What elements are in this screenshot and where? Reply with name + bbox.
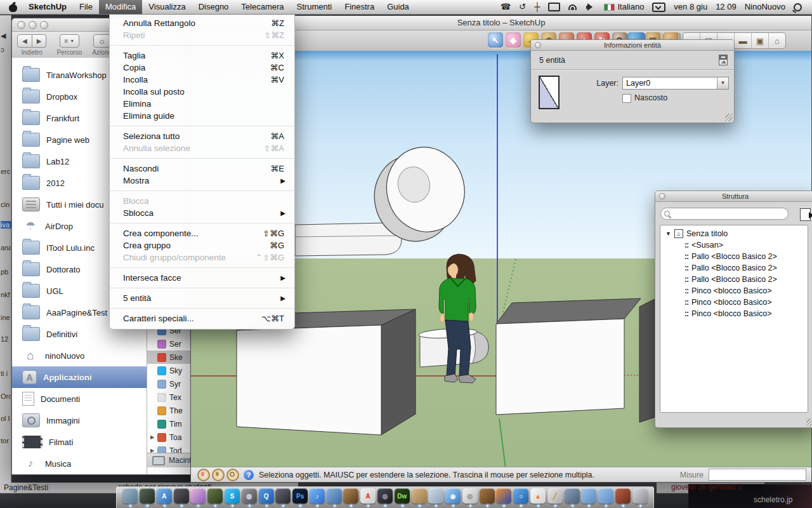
dock-icon[interactable]: [275, 488, 291, 504]
window-controls[interactable]: [17, 21, 48, 29]
toolbar-segment-button[interactable]: ▣: [752, 33, 769, 48]
menu-item[interactable]: [110, 158, 294, 159]
help-icon[interactable]: ?: [244, 470, 254, 480]
sidebar-item[interactable]: Musica: [12, 453, 147, 474]
box-right[interactable]: [496, 298, 641, 415]
dock-icon[interactable]: [207, 488, 223, 504]
menu-item[interactable]: Elimina guide: [110, 110, 294, 122]
minimize-button[interactable]: [29, 21, 37, 29]
close-button[interactable]: [17, 21, 25, 29]
dock-icon[interactable]: [327, 488, 342, 504]
claim-credit-icon[interactable]: [226, 469, 239, 481]
menu-item[interactable]: [110, 190, 294, 191]
dock-icon[interactable]: S: [225, 488, 240, 504]
status-menu-icon[interactable]: ┼: [534, 0, 540, 14]
display-icon[interactable]: [548, 3, 560, 11]
menu-item[interactable]: [110, 223, 294, 224]
dock-icon[interactable]: [632, 488, 648, 504]
cylinder-slab[interactable]: [295, 223, 402, 256]
clock-time[interactable]: 12 09: [716, 0, 737, 14]
outliner-titlebar[interactable]: Struttura: [655, 191, 812, 202]
wifi-icon[interactable]: [568, 4, 578, 10]
dock-icon[interactable]: [480, 488, 495, 504]
menu-item[interactable]: Seleziona tutto ⌘A: [110, 130, 294, 142]
menu-item[interactable]: Crea componente... ⇧⌘G: [110, 227, 294, 239]
sidebar-item[interactable]: Filmati: [12, 431, 147, 453]
sidebar-item[interactable]: Applicazioni: [12, 366, 147, 388]
menu-item[interactable]: [110, 288, 294, 288]
menubar-item[interactable]: Modifica: [99, 0, 142, 14]
action-button[interactable]: ☼: [93, 34, 111, 48]
menubar-item[interactable]: Finestra: [338, 0, 381, 14]
outliner-search-input[interactable]: [670, 210, 788, 218]
dock-icon[interactable]: [428, 488, 443, 504]
layer-select[interactable]: Layer0 ▼: [622, 77, 729, 90]
spotlight-icon[interactable]: [794, 3, 802, 11]
dock-icon[interactable]: Ps: [292, 488, 308, 504]
dock-icon[interactable]: ◉: [445, 488, 461, 504]
menu-item[interactable]: Incolla ⌘V: [110, 74, 294, 86]
dock-icon[interactable]: A: [360, 488, 376, 504]
dock-icon[interactable]: [174, 488, 189, 504]
dock-icon[interactable]: [615, 488, 631, 504]
entity-info-titlebar[interactable]: Informazioni entità: [531, 40, 734, 51]
hidden-checkbox[interactable]: [622, 94, 631, 103]
view-path-button[interactable]: ≡ ▼: [60, 34, 80, 48]
dock-icon[interactable]: ♪: [310, 488, 325, 504]
menu-item[interactable]: Copia ⌘C: [110, 62, 294, 74]
dock-icon[interactable]: ◎: [377, 488, 393, 504]
menu-item[interactable]: Chiudi gruppo/componente ⌃⇧⌘G: [110, 251, 294, 264]
clock-date[interactable]: ven 8 giu: [674, 0, 707, 14]
toolbar-tool-icon[interactable]: ◆: [506, 32, 521, 48]
dock-icon[interactable]: Dw: [395, 488, 410, 504]
menu-item[interactable]: Interseca facce ▶: [110, 272, 294, 284]
menu-item[interactable]: Incolla sul posto: [110, 86, 294, 98]
credits-icon[interactable]: [212, 469, 225, 481]
tree-item[interactable]: :: Pinco <blocco Basico>: [660, 308, 808, 319]
tree-item[interactable]: :: Pallo <Blocco Basico 2>: [660, 274, 808, 285]
menubar-item[interactable]: Disegno: [192, 0, 235, 14]
dock-icon[interactable]: ◎: [462, 488, 478, 504]
menubar-item[interactable]: File: [73, 0, 99, 14]
menu-item[interactable]: Crea gruppo ⌘G: [110, 239, 294, 251]
close-icon[interactable]: [659, 193, 665, 199]
dock-icon[interactable]: [412, 488, 427, 504]
sync-icon[interactable]: [652, 3, 665, 12]
volume-icon[interactable]: [586, 3, 596, 11]
dock-icon[interactable]: [122, 488, 138, 504]
dock-icon[interactable]: Q: [259, 488, 274, 504]
menu-item[interactable]: 5 entità ▶: [110, 292, 294, 304]
dock-icon[interactable]: ▲: [530, 488, 546, 504]
geolocation-icon[interactable]: [197, 469, 210, 481]
menu-item[interactable]: Elimina: [110, 98, 294, 110]
tree-item[interactable]: :: Pinco <blocco Basico>: [660, 297, 808, 308]
sidebar-item[interactable]: Immagini: [12, 410, 147, 431]
tree-item[interactable]: :: Pallo <Blocco Basico 2>: [660, 251, 808, 262]
sidebar-item[interactable]: Documenti: [12, 388, 147, 410]
menubar-item[interactable]: Visualizza: [142, 0, 192, 14]
dock-icon[interactable]: ╱: [547, 488, 563, 504]
resize-handle[interactable]: [725, 114, 733, 121]
menu-item[interactable]: Annulla selezione ⇧⌘A: [110, 142, 294, 154]
dock-icon[interactable]: ○: [513, 488, 528, 504]
tree-item[interactable]: ▼ ⌂ Senza titolo: [660, 228, 808, 239]
dock-icon[interactable]: [343, 488, 358, 504]
forward-button[interactable]: ▶: [32, 34, 47, 48]
disclosure-triangle-icon[interactable]: ▶: [150, 434, 157, 440]
dock-icon[interactable]: A: [157, 488, 172, 504]
menu-item[interactable]: [110, 126, 294, 126]
dock-icon[interactable]: [565, 488, 580, 504]
collapse-toggle-icon[interactable]: [719, 55, 728, 65]
menubar-item[interactable]: SketchUp: [22, 0, 73, 14]
menu-item[interactable]: [110, 267, 294, 268]
menu-item[interactable]: [110, 45, 294, 46]
menu-item[interactable]: Taglia ⌘X: [110, 50, 294, 62]
menu-item[interactable]: Mostra ▶: [110, 175, 294, 187]
apple-icon[interactable]: [9, 3, 17, 12]
status-menu-icon[interactable]: ↺: [519, 0, 526, 14]
menubar-item[interactable]: Telecamera: [235, 0, 290, 14]
menu-item[interactable]: [110, 308, 294, 309]
dock-icon[interactable]: [581, 488, 596, 504]
outliner-search-field[interactable]: [660, 208, 789, 220]
menu-item[interactable]: Caratteri speciali... ⌥⌘T: [110, 312, 294, 324]
